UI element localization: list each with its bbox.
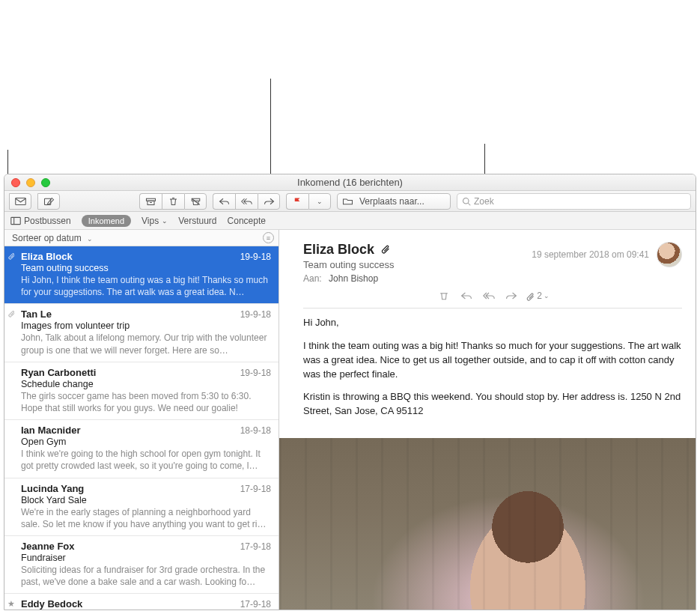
compose-icon bbox=[43, 196, 55, 207]
get-mail-button[interactable] bbox=[9, 193, 31, 210]
fav-sent[interactable]: Verstuurd bbox=[178, 216, 216, 226]
filter-icon: ≡ bbox=[267, 234, 270, 242]
search-input[interactable]: Zoek bbox=[457, 193, 691, 210]
compose-button[interactable] bbox=[37, 193, 60, 210]
mailboxes-toggle[interactable]: Postbussen bbox=[10, 216, 71, 226]
reader-pane: 19 september 2018 om 09:41 Eliza Block T… bbox=[279, 230, 696, 610]
favorites-bar: Postbussen Inkomend Vips ⌄ Verstuurd Con… bbox=[4, 212, 696, 230]
message-row[interactable]: Tan Le19-9-18Images from volunteer tripJ… bbox=[4, 304, 279, 362]
action-forward[interactable] bbox=[500, 288, 523, 303]
search-placeholder: Zoek bbox=[474, 196, 494, 207]
chevron-down-icon: ⌄ bbox=[162, 217, 168, 225]
sort-bar: Sorteer op datum ⌄ ≡ bbox=[4, 230, 279, 246]
envelope-icon bbox=[15, 196, 26, 207]
reply-button[interactable] bbox=[213, 193, 235, 210]
message-preview: Soliciting ideas for a fundraiser for 3r… bbox=[21, 564, 271, 588]
window-close-button[interactable] bbox=[11, 178, 20, 187]
archive-button[interactable] bbox=[139, 193, 162, 210]
paperclip-icon bbox=[526, 291, 535, 301]
chevron-down-icon: ⌄ bbox=[87, 235, 93, 243]
titlebar: Inkomend (16 berichten) bbox=[4, 174, 696, 191]
flag-button[interactable] bbox=[286, 193, 308, 210]
flag-menu-button[interactable]: ⌄ bbox=[308, 193, 331, 210]
message-row[interactable]: Jeanne Fox17-9-18FundraiserSoliciting id… bbox=[4, 536, 279, 594]
chevron-down-icon: ⌄ bbox=[544, 292, 550, 300]
star-icon: ★ bbox=[7, 599, 15, 609]
reply-all-icon bbox=[483, 291, 495, 301]
message-row[interactable]: ★Eddy Bedock17-9-18Coming to TownHey, st… bbox=[4, 594, 279, 610]
message-date: 19-9-18 bbox=[240, 309, 271, 320]
move-to-button[interactable]: Verplaats naar... bbox=[337, 193, 451, 210]
message-sender: Jeanne Fox bbox=[21, 541, 75, 552]
forward-icon bbox=[505, 291, 517, 301]
fav-vips[interactable]: Vips ⌄ bbox=[141, 216, 168, 226]
body-paragraph: Kristin is throwing a BBQ this weekend. … bbox=[303, 390, 682, 419]
message-subject: Open Gym bbox=[21, 437, 271, 447]
message-preview: We're in the early stages of planning a … bbox=[21, 506, 271, 530]
paperclip-icon bbox=[7, 252, 16, 261]
search-icon bbox=[462, 197, 471, 206]
attach-count: 2 bbox=[537, 291, 542, 301]
to-value: John Bishop bbox=[329, 273, 378, 284]
fav-inbox[interactable]: Inkomend bbox=[82, 215, 131, 227]
window-title: Inkomend (16 berichten) bbox=[4, 177, 696, 188]
svg-rect-10 bbox=[11, 217, 20, 224]
message-list-pane: Sorteer op datum ⌄ ≡ Eliza Block19-9-18T… bbox=[4, 230, 279, 610]
message-preview: The girls soccer game has been moved fro… bbox=[21, 390, 271, 414]
folder-icon bbox=[342, 196, 353, 207]
flag-icon bbox=[292, 196, 303, 207]
fav-label: Vips bbox=[141, 216, 159, 226]
chevron-down-icon: ⌄ bbox=[317, 198, 323, 205]
forward-icon bbox=[264, 196, 275, 207]
action-reply-all[interactable] bbox=[478, 288, 500, 303]
message-sender: Tan Le bbox=[21, 308, 52, 320]
reply-all-icon bbox=[241, 196, 252, 207]
message-subject: Block Yard Sale bbox=[21, 495, 271, 505]
action-reply[interactable] bbox=[455, 288, 478, 303]
fav-drafts[interactable]: Concepte bbox=[228, 216, 266, 226]
message-row[interactable]: Ian Macnider18-9-18Open GymI think we're… bbox=[4, 420, 279, 478]
avatar bbox=[657, 242, 682, 267]
message-subject: Schedule change bbox=[21, 379, 271, 389]
reply-icon bbox=[219, 196, 230, 207]
body-paragraph: I think the team outing was a big hit! T… bbox=[303, 339, 682, 382]
message-subject: Fundraiser bbox=[21, 553, 271, 563]
message-date: 19-9-18 bbox=[240, 368, 271, 378]
sidebar-icon bbox=[10, 216, 21, 225]
message-sender: Ryan Carbonetti bbox=[21, 367, 96, 378]
mail-window: Inkomend (16 berichten) bbox=[4, 174, 696, 610]
forward-button[interactable] bbox=[258, 193, 280, 210]
attachment-icon bbox=[380, 242, 391, 258]
svg-line-9 bbox=[468, 203, 470, 205]
filter-button[interactable]: ≡ bbox=[263, 232, 274, 243]
window-zoom-button[interactable] bbox=[41, 178, 50, 187]
message-row[interactable]: Lucinda Yang17-9-18Block Yard SaleWe're … bbox=[4, 478, 279, 536]
delete-button[interactable] bbox=[162, 193, 184, 210]
message-date: 17-9-18 bbox=[240, 599, 271, 610]
svg-rect-0 bbox=[15, 198, 25, 204]
window-minimize-button[interactable] bbox=[26, 178, 35, 187]
message-subject: Images from volunteer trip bbox=[21, 320, 271, 331]
message-date: 19 september 2018 om 09:41 bbox=[532, 249, 649, 260]
paperclip-icon bbox=[7, 309, 16, 319]
trash-icon bbox=[168, 196, 179, 207]
message-row[interactable]: Ryan Carbonetti19-9-18Schedule changeThe… bbox=[4, 362, 279, 420]
archive-icon bbox=[145, 196, 156, 207]
junk-button[interactable] bbox=[184, 193, 207, 210]
message-subject: Team outing success bbox=[21, 263, 271, 273]
message-sender: Eliza Block bbox=[21, 251, 73, 262]
attachments-button[interactable]: 2 ⌄ bbox=[523, 288, 553, 303]
message-date: 18-9-18 bbox=[240, 425, 271, 436]
message-sender: Lucinda Yang bbox=[21, 483, 84, 494]
message-body: Hi John, I think the team outing was a b… bbox=[279, 308, 696, 438]
move-to-label: Verplaats naar... bbox=[359, 196, 424, 207]
reply-all-button[interactable] bbox=[235, 193, 258, 210]
message-row[interactable]: Eliza Block19-9-18Team outing successHi … bbox=[4, 246, 279, 304]
action-delete[interactable] bbox=[433, 288, 455, 303]
message-date: 17-9-18 bbox=[240, 541, 271, 552]
to-label: Aan: bbox=[303, 273, 322, 284]
message-from: Eliza Block bbox=[303, 242, 374, 258]
message-actions: 2 ⌄ bbox=[303, 287, 682, 308]
sort-button[interactable]: Sorteer op datum ⌄ bbox=[12, 233, 93, 243]
message-sender: Ian Macnider bbox=[21, 425, 80, 436]
